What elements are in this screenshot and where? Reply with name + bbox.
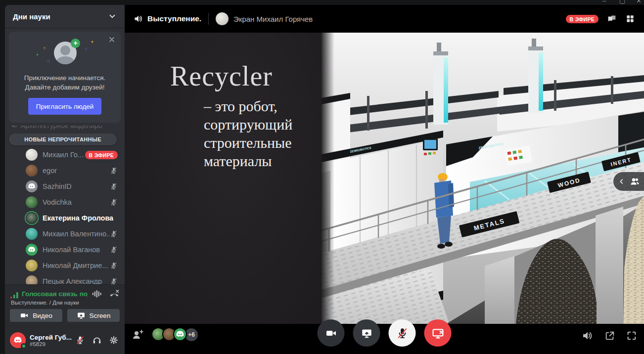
invite-illustration: + ○ :: ○ + + [35,39,94,69]
online-status-dot [21,343,27,349]
server-header[interactable]: Дни науки [5,5,125,28]
avatar [26,228,38,240]
robot-tower-right [528,39,543,113]
participants-avatar-stack[interactable]: +6 [154,327,199,342]
stop-watching-button[interactable] [424,319,452,347]
robot-tower-left [433,43,448,125]
connection-signal-icon [10,289,19,299]
discord-app-window: – ▢ ✕ Дни науки + ○ :: ○ + + Приключение… [0,0,644,354]
close-icon[interactable] [108,36,116,44]
avatar [26,244,38,256]
member-row[interactable]: Николай Ваганов [5,242,125,258]
member-row[interactable]: Николай Дмитрие... [5,258,125,273]
mic-muted-icon [110,230,118,238]
streamer-avatar [216,12,229,25]
voice-connection-panel: Голосовая связь подк Выступление. / Дни … [5,284,125,326]
voice-location-text: Выступление. / Дни науки [11,300,120,306]
stream-footer: +6 [125,324,644,354]
mic-muted-icon [110,182,118,190]
channel-item-partial[interactable]: Архитектурное моделиро [5,126,125,132]
server-name: Дни науки [13,12,50,21]
add-friend-plus-icon: + [71,39,80,48]
camera-toggle-button[interactable] [318,319,345,347]
recycler-3d-scene: ZENROBOTICS [322,33,644,329]
presentation-slide: Recycler – это робот, сортирующий строит… [125,33,322,329]
window-close-button[interactable]: ✕ [636,0,642,5]
screen-share-icon [361,327,372,339]
shared-screen-video[interactable]: Recycler – это робот, сортирующий строит… [125,33,644,329]
popout-windows-icon[interactable] [606,13,617,24]
avatar [26,260,38,271]
monitor-x-icon [431,327,444,340]
stream-channel-name: Выступление. [147,14,201,23]
slide-image-transition [322,33,334,329]
avatar [26,275,38,284]
window-minimize-button[interactable]: – [602,0,606,5]
promo-line-1: Приключение начинается. [14,73,116,83]
server-sidebar: Дни науки + ○ :: ○ + + Приключение начин… [5,5,125,354]
member-row[interactable]: egor [5,163,125,178]
current-username: Сергей Губ... [30,334,74,341]
fullscreen-icon[interactable] [626,330,637,342]
collapse-members-pill[interactable] [613,172,644,191]
avatar [26,165,38,177]
disconnect-call-icon[interactable] [109,288,120,299]
speaker-icon [134,14,143,24]
member-row[interactable]: Пецык Александр [5,273,125,284]
window-maximize-button[interactable]: ▢ [619,0,625,5]
mic-muted-icon [110,167,118,175]
screen-share-button[interactable]: Screen [67,309,120,322]
user-discriminator: #5829 [30,341,74,347]
invite-promo-card: + ○ :: ○ + + Приключение начинается. Дав… [9,32,121,123]
settings-gear-icon[interactable] [108,334,120,346]
stream-header: Выступление. Экран Михаил Горячев В ЭФИР… [125,5,644,33]
mic-muted-icon [110,277,118,284]
member-row[interactable]: SazhinID [5,178,125,194]
user-avatar[interactable] [10,332,26,348]
avatar [26,180,38,192]
mic-muted-icon[interactable] [74,334,86,346]
video-button[interactable]: Видео [10,309,62,322]
invite-people-button[interactable]: Пригласить людей [28,98,101,115]
new-unread-divider[interactable]: НОВЫЕ НЕПРОЧИТАННЫЕ [9,133,117,145]
promo-line-2: Давайте добавим друзей! [14,83,116,92]
members-people-icon [629,176,640,187]
speaker-icon [11,126,18,129]
screen-share-icon [77,311,86,320]
chevron-down-icon [108,12,117,21]
stream-stage: Выступление. Экран Михаил Горячев В ЭФИР… [125,5,644,354]
mic-muted-icon [110,246,118,254]
chevron-left-icon [618,177,626,185]
camera-icon [325,327,337,339]
grid-view-icon[interactable] [625,14,635,24]
mic-muted-icon [110,262,118,269]
screen-share-toggle-button[interactable] [353,319,380,347]
stream-title: Экран Михаил Горячев [233,15,313,23]
stream-volume-icon[interactable] [582,330,594,342]
voice-status-text: Голосовая связь подк [22,290,88,298]
live-badge: В ЭФИРЕ [566,15,598,23]
avatar [173,327,187,341]
slide-title: Recycler [170,60,273,92]
noise-suppression-icon[interactable] [92,288,102,299]
user-panel: Сергей Губ... #5829 [5,326,125,354]
avatar [26,149,38,161]
member-row[interactable]: Михаил Го... В ЭФИРЕ [5,147,125,163]
mic-muted-icon [396,327,409,340]
mic-mute-button[interactable] [389,319,416,347]
member-row-speaking[interactable]: Екатерина Фролова [5,210,125,226]
camera-icon [20,311,29,320]
invite-to-voice-icon[interactable] [132,329,143,341]
slide-body: – это робот, сортирующий строительные ма… [204,97,292,170]
headphones-icon[interactable] [91,334,103,346]
channel-list[interactable]: Архитектурное моделиро НОВЫЕ НЕПРОЧИТАНН… [5,125,125,284]
member-row[interactable]: Vodichka [5,194,125,210]
mic-muted-icon [110,198,118,206]
live-badge: В ЭФИРЕ [85,151,118,159]
window-titlebar: – ▢ ✕ [0,0,644,5]
popout-stream-icon[interactable] [604,330,615,342]
avatar [26,213,37,223]
member-row[interactable]: Михаил Валентино... [5,226,125,242]
divider [208,13,209,25]
avatar [26,196,38,208]
